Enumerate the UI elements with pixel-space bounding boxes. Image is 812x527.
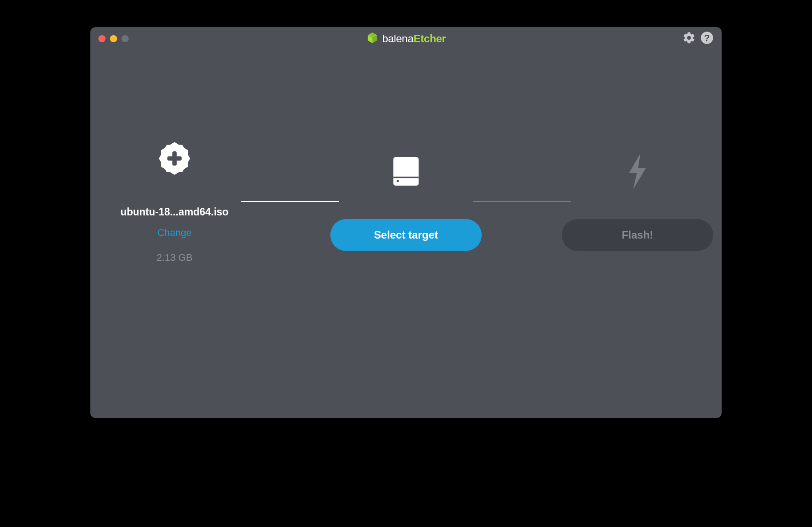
brand-word-1: balena <box>382 32 413 45</box>
flash-icon <box>624 154 651 191</box>
step-target: Select target <box>339 152 473 251</box>
help-icon[interactable]: ? <box>700 31 714 46</box>
app-logo: balenaEtcher <box>366 32 446 46</box>
traffic-lights <box>98 35 129 42</box>
selected-file-name: ubuntu-18...amd64.iso <box>121 206 229 218</box>
svg-point-7 <box>397 180 399 182</box>
brand-word-2: Etcher <box>414 32 446 45</box>
steps-row: ubuntu-18...amd64.iso Change 2.13 GB <box>90 139 722 264</box>
header-actions: ? <box>682 31 714 46</box>
minimize-button[interactable] <box>110 35 117 42</box>
svg-rect-4 <box>167 156 182 161</box>
drive-icon <box>387 153 425 192</box>
cube-icon <box>366 32 378 46</box>
maximize-button[interactable] <box>122 35 129 42</box>
gear-icon[interactable] <box>682 31 696 46</box>
change-image-link[interactable]: Change <box>157 227 191 239</box>
step-connector-2 <box>473 201 571 202</box>
svg-rect-6 <box>393 176 418 178</box>
app-window: balenaEtcher ? <box>90 27 722 418</box>
content-area: ubuntu-18...amd64.iso Change 2.13 GB <box>90 50 722 264</box>
step-flash: Flash! <box>571 152 704 251</box>
svg-marker-8 <box>629 154 646 189</box>
close-button[interactable] <box>98 35 106 42</box>
titlebar: balenaEtcher ? <box>90 27 722 50</box>
file-size-label: 2.13 GB <box>157 252 193 264</box>
svg-text:?: ? <box>704 33 710 44</box>
app-title: balenaEtcher <box>382 32 446 45</box>
select-target-button[interactable]: Select target <box>330 219 482 251</box>
step-connector-1 <box>241 201 339 202</box>
plus-hexagon-icon <box>157 141 192 178</box>
flash-button: Flash! <box>562 219 713 251</box>
step-image: ubuntu-18...amd64.iso Change 2.13 GB <box>108 139 241 264</box>
